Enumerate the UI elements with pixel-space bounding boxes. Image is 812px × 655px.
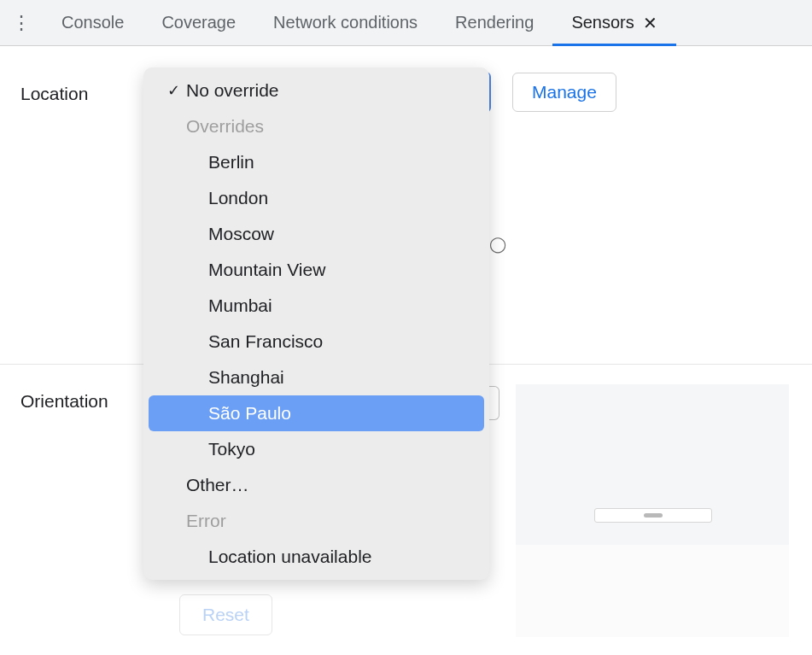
option-sao-paulo[interactable]: São Paulo: [149, 395, 484, 431]
option-location-unavailable[interactable]: Location unavailable: [149, 539, 484, 575]
option-tokyo[interactable]: Tokyo: [149, 431, 484, 467]
tab-network-conditions[interactable]: Network conditions: [254, 0, 436, 45]
option-mountain-view[interactable]: Mountain View: [149, 252, 484, 288]
check-icon: ✓: [161, 81, 186, 100]
tab-console[interactable]: Console: [43, 0, 143, 45]
group-error: Error: [149, 503, 484, 539]
option-other[interactable]: Other…: [149, 467, 484, 503]
option-san-francisco[interactable]: San Francisco: [149, 324, 484, 360]
option-mumbai[interactable]: Mumbai: [149, 288, 484, 324]
orientation-select[interactable]: [489, 386, 499, 420]
tab-coverage[interactable]: Coverage: [143, 0, 254, 45]
devtools-tabbar: ⋮ Console Coverage Network conditions Re…: [0, 0, 812, 46]
close-icon[interactable]: ✕: [643, 13, 657, 33]
illustration-floor: [516, 545, 789, 637]
device-illustration[interactable]: [594, 508, 712, 523]
tab-rendering[interactable]: Rendering: [436, 0, 552, 45]
info-icon: ◯: [489, 235, 506, 254]
orientation-illustration[interactable]: [516, 384, 789, 637]
option-berlin[interactable]: Berlin: [149, 144, 484, 180]
option-london[interactable]: London: [149, 180, 484, 216]
manage-button[interactable]: Manage: [512, 73, 616, 112]
location-dropdown: ✓ No override Overrides Berlin London Mo…: [143, 67, 489, 580]
reset-button[interactable]: Reset: [179, 594, 272, 635]
orientation-label: Orientation: [20, 391, 108, 412]
group-overrides: Overrides: [149, 108, 484, 144]
option-shanghai[interactable]: Shanghai: [149, 360, 484, 395]
more-menu-icon[interactable]: ⋮: [0, 0, 43, 45]
sensors-panel: Location Manage ◯ Orientation Reset ✓ No…: [0, 46, 812, 104]
option-moscow[interactable]: Moscow: [149, 216, 484, 252]
option-no-override[interactable]: ✓ No override: [149, 73, 484, 108]
tab-sensors[interactable]: Sensors ✕: [552, 0, 675, 45]
